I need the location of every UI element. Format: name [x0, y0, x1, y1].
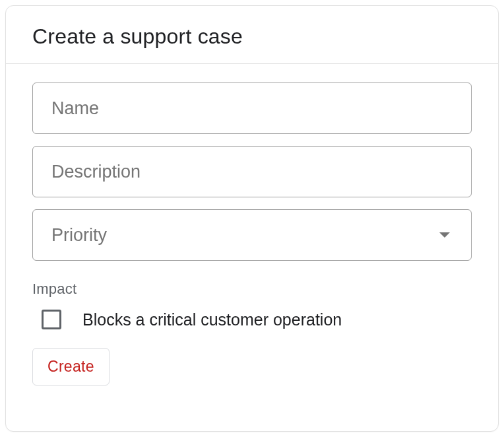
name-placeholder: Name — [51, 98, 99, 119]
name-input[interactable]: Name — [32, 83, 472, 134]
card-header: Create a support case — [6, 6, 498, 63]
support-case-card: Create a support case Name Description P… — [5, 5, 499, 432]
impact-section-label: Impact — [32, 281, 472, 298]
impact-checkbox-row: Blocks a critical customer operation — [32, 310, 472, 329]
page-title: Create a support case — [32, 24, 472, 49]
description-input[interactable]: Description — [32, 146, 472, 197]
description-placeholder: Description — [51, 162, 141, 182]
impact-checkbox-label: Blocks a critical customer operation — [82, 310, 342, 329]
create-button[interactable]: Create — [32, 348, 110, 386]
chevron-down-icon — [439, 232, 450, 238]
priority-placeholder: Priority — [51, 225, 107, 246]
impact-checkbox[interactable] — [42, 310, 61, 329]
card-body: Name Description Priority Impact Blocks … — [6, 64, 498, 399]
priority-select[interactable]: Priority — [32, 209, 472, 261]
